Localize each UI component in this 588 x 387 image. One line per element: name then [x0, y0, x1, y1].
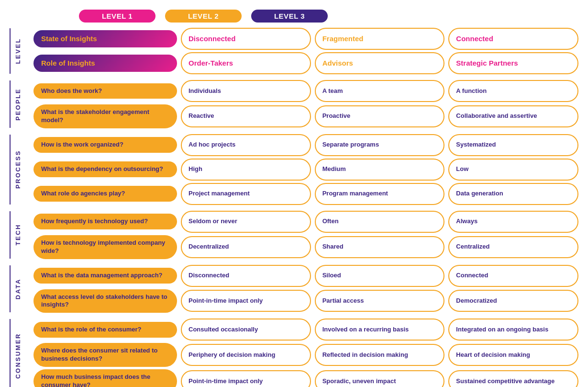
group-label-consumer: CONSUMER [14, 333, 22, 379]
row-process-1: What is the dependency on outsourcing?Hi… [33, 159, 578, 181]
answer-l1-people-1: Reactive [181, 105, 311, 127]
answer-l3-tech-1: Centralized [448, 236, 578, 258]
group-process: PROCESSHow is the work organized?Ad hoc … [10, 133, 578, 206]
level3-badge: LEVEL 3 [251, 10, 328, 23]
answer-l3-data-0: Connected [448, 265, 578, 287]
row-data-0: What is the data management approach?Dis… [33, 265, 578, 287]
answer-l3-consumer-2: Sustained competitive advantage [448, 370, 578, 387]
row-people-1: What is the stakeholder engagement model… [33, 104, 578, 128]
answer-l3-level-0: Connected [448, 28, 578, 50]
group-label-data: DATA [14, 278, 22, 299]
answer-l1-consumer-2: Point-in-time impact only [181, 370, 311, 387]
level2-badge: LEVEL 2 [165, 10, 242, 23]
row-level-0: State of InsightsDisconnectedFragmentedC… [33, 28, 578, 50]
row-tech-0: How frequently is technology used?Seldom… [33, 211, 578, 233]
answer-l2-process-1: Medium [315, 159, 445, 181]
answer-l3-people-0: A function [448, 80, 578, 102]
answer-l3-process-0: Systematized [448, 134, 578, 156]
question-cell-tech-1: How is technology implemented company wi… [33, 235, 177, 259]
question-cell-people-0: Who does the work? [33, 83, 177, 99]
answer-l1-level-0: Disconnected [181, 28, 311, 50]
answer-l2-tech-0: Often [315, 211, 445, 233]
row-consumer-1: Where does the consumer sit related to b… [33, 343, 578, 367]
question-cell-consumer-0: What is the role of the consumer? [33, 322, 177, 338]
group-label-process: PROCESS [14, 150, 22, 189]
answer-l3-consumer-0: Integrated on an ongoing basis [448, 319, 578, 341]
group-label-tech: TECH [14, 224, 22, 245]
answer-l3-consumer-1: Heart of decision making [448, 344, 578, 366]
group-data: DATAWhat is the data management approach… [10, 263, 578, 315]
answer-l2-level-1: Advisors [315, 52, 445, 74]
answer-l1-level-1: Order-Takers [181, 52, 311, 74]
answer-l1-data-0: Disconnected [181, 265, 311, 287]
row-level-1: Role of InsightsOrder-TakersAdvisorsStra… [33, 52, 578, 74]
answer-l1-tech-0: Seldom or never [181, 211, 311, 233]
answer-l2-data-1: Partial access [315, 290, 445, 312]
answer-l2-data-0: Siloed [315, 265, 445, 287]
question-cell-data-0: What is the data management approach? [33, 268, 177, 284]
answer-l2-tech-1: Shared [315, 236, 445, 258]
answer-l2-consumer-0: Involved on a recurring basis [315, 319, 445, 341]
answer-l1-data-1: Point-in-time impact only [181, 290, 311, 312]
group-label-people: PEOPLE [14, 88, 22, 121]
question-cell-process-1: What is the dependency on outsourcing? [33, 161, 177, 177]
row-people-0: Who does the work?IndividualsA teamA fun… [33, 80, 578, 102]
answer-l1-people-0: Individuals [181, 80, 311, 102]
question-cell-consumer-1: Where does the consumer sit related to b… [33, 343, 177, 367]
question-cell-data-1: What access level do stakeholders have t… [33, 289, 177, 313]
row-consumer-2: How much business impact does the consum… [33, 369, 578, 387]
group-people: PEOPLEWho does the work?IndividualsA tea… [10, 79, 578, 130]
answer-l3-process-2: Data generation [448, 183, 578, 205]
answer-l3-tech-0: Always [448, 211, 578, 233]
answer-l1-process-2: Project management [181, 183, 311, 205]
answer-l2-level-0: Fragmented [315, 28, 445, 50]
answer-l1-tech-1: Decentralized [181, 236, 311, 258]
question-cell-people-1: What is the stakeholder engagement model… [33, 104, 177, 128]
question-cell-process-2: What role do agencies play? [33, 186, 177, 202]
level1-badge: LEVEL 1 [79, 10, 155, 23]
group-level: LEVELState of InsightsDisconnectedFragme… [10, 26, 578, 76]
answer-l3-level-1: Strategic Partners [448, 52, 578, 74]
header-row: LEVEL 1 LEVEL 2 LEVEL 3 [5, 10, 578, 23]
row-process-2: What role do agencies play?Project manag… [33, 183, 578, 205]
answer-l2-people-1: Proactive [315, 105, 445, 127]
answer-l3-people-1: Collaborative and assertive [448, 105, 578, 127]
question-cell-consumer-2: How much business impact does the consum… [33, 369, 177, 387]
answer-l2-process-2: Program management [315, 183, 445, 205]
main-container: LEVEL 1 LEVEL 2 LEVEL 3 LEVELState of In… [0, 0, 588, 387]
answer-l1-process-1: High [181, 159, 311, 181]
answer-l1-process-0: Ad hoc projects [181, 134, 311, 156]
row-data-1: What access level do stakeholders have t… [33, 289, 578, 313]
row-consumer-0: What is the role of the consumer?Consult… [33, 319, 578, 341]
answer-l1-consumer-1: Periphery of decision making [181, 344, 311, 366]
question-cell-level-0: State of Insights [33, 30, 177, 47]
answer-l2-consumer-2: Sporadic, uneven impact [315, 370, 445, 387]
content-grid: LEVELState of InsightsDisconnectedFragme… [5, 26, 578, 387]
answer-l3-data-1: Democratized [448, 290, 578, 312]
group-tech: TECHHow frequently is technology used?Se… [10, 209, 578, 261]
group-consumer: CONSUMERWhat is the role of the consumer… [10, 317, 578, 387]
question-cell-process-0: How is the work organized? [33, 137, 177, 153]
question-cell-level-1: Role of Insights [33, 55, 177, 72]
row-tech-1: How is technology implemented company wi… [33, 235, 578, 259]
answer-l2-process-0: Separate programs [315, 134, 445, 156]
answer-l2-consumer-1: Reflected in decision making [315, 344, 445, 366]
group-label-level: LEVEL [14, 38, 22, 64]
row-process-0: How is the work organized?Ad hoc project… [33, 134, 578, 156]
question-cell-tech-0: How frequently is technology used? [33, 214, 177, 229]
answer-l3-process-1: Low [448, 159, 578, 181]
answer-l1-consumer-0: Consulted occasionally [181, 319, 311, 341]
answer-l2-people-0: A team [315, 80, 445, 102]
